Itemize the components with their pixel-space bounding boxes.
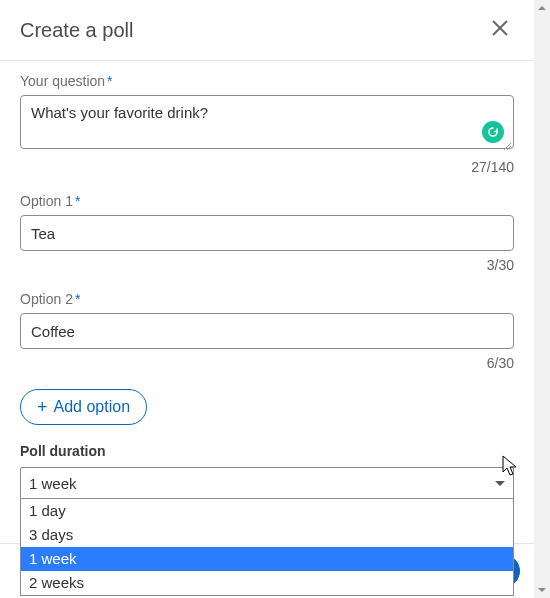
close-button[interactable] xyxy=(486,14,514,46)
question-input[interactable] xyxy=(20,95,514,149)
option-1-char-count: 3/30 xyxy=(20,257,514,273)
scroll-up-button[interactable] xyxy=(534,0,550,16)
modal-title: Create a poll xyxy=(20,19,133,42)
required-asterisk: * xyxy=(75,291,80,307)
question-char-count: 27/140 xyxy=(20,159,514,175)
grammarly-icon[interactable] xyxy=(482,121,504,143)
scroll-down-button[interactable] xyxy=(534,582,550,598)
add-option-button[interactable]: + Add option xyxy=(20,389,147,425)
option-1-label-text: Option 1 xyxy=(20,193,73,209)
required-asterisk: * xyxy=(75,193,80,209)
duration-select[interactable]: 1 week 1 day 3 days 1 week 2 weeks xyxy=(20,467,514,499)
duration-dropdown: 1 day 3 days 1 week 2 weeks xyxy=(20,499,514,596)
duration-selected-value: 1 week xyxy=(29,475,77,492)
duration-option-1-day[interactable]: 1 day xyxy=(21,499,513,523)
question-label: Your question* xyxy=(20,73,514,89)
duration-option-2-weeks[interactable]: 2 weeks xyxy=(21,571,513,595)
duration-option-1-week[interactable]: 1 week xyxy=(21,547,513,571)
option-2-input[interactable] xyxy=(20,313,514,349)
duration-select-display[interactable]: 1 week xyxy=(20,467,514,499)
duration-option-3-days[interactable]: 3 days xyxy=(21,523,513,547)
option-2-char-count: 6/30 xyxy=(20,355,514,371)
option-2-label-text: Option 2 xyxy=(20,291,73,307)
scrollbar-track[interactable] xyxy=(534,0,550,598)
duration-label: Poll duration xyxy=(20,443,514,459)
option-1-label: Option 1* xyxy=(20,193,514,209)
required-asterisk: * xyxy=(107,73,112,89)
option-2-label: Option 2* xyxy=(20,291,514,307)
plus-icon: + xyxy=(37,398,48,416)
add-option-label: Add option xyxy=(54,398,131,416)
modal-header: Create a poll xyxy=(0,0,534,61)
option-1-input[interactable] xyxy=(20,215,514,251)
question-label-text: Your question xyxy=(20,73,105,89)
